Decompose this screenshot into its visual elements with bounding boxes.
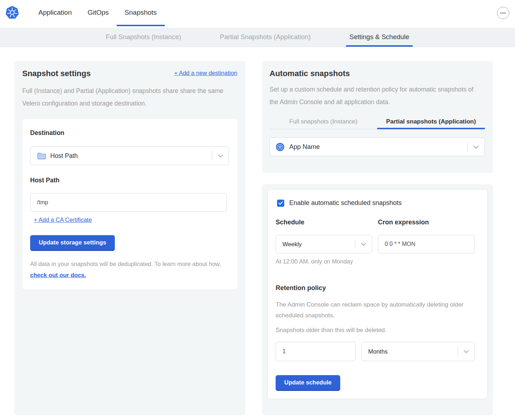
top-nav-items: Application GitOps Snapshots: [31, 0, 165, 26]
cron-expression-input[interactable]: [378, 235, 475, 253]
update-storage-settings-button[interactable]: Update storage settings: [30, 235, 115, 251]
retention-unit-value: Months: [362, 348, 388, 355]
retention-description: The Admin Console can reclaim space by a…: [276, 299, 464, 321]
snapshot-settings-panel: Snapshot settings + Add a new destinatio…: [14, 61, 245, 415]
cron-expression-label: Cron expression: [378, 219, 429, 226]
nav-item-snapshots[interactable]: Snapshots: [117, 0, 165, 26]
automatic-snapshots-description: Set up a custom schedule and retention p…: [270, 83, 478, 108]
ellipsis-icon: •••: [500, 10, 506, 16]
schedule-panel: Enable automatic scheduled snapshots Sch…: [262, 184, 493, 415]
overflow-menu-button[interactable]: •••: [497, 7, 509, 19]
docs-link[interactable]: check out our docs.: [30, 272, 86, 278]
cron-hint: At 12:00 AM, only on Monday: [276, 258, 353, 265]
schedule-card: Enable automatic scheduled snapshots Sch…: [267, 189, 488, 399]
app-select-value: App Name: [289, 143, 320, 151]
tab-full-snapshots-instance[interactable]: Full Snapshots (Instance): [102, 28, 185, 47]
snapshot-type-tabs: Full snapshots (Instance) Partial snapsh…: [270, 111, 485, 129]
update-schedule-button[interactable]: Update schedule: [276, 375, 340, 391]
kubernetes-logo-icon: [5, 5, 19, 20]
tab-partial-snapshots-application[interactable]: Partial Snapshots (Application): [216, 28, 314, 47]
automatic-snapshots-panel: Automatic snapshots Set up a custom sche…: [262, 61, 493, 173]
dedup-note-text: All data in your snapshots will be dedup…: [30, 261, 221, 267]
enable-snapshots-checkbox[interactable]: [277, 200, 284, 207]
folder-icon: [31, 152, 50, 160]
retention-count-input[interactable]: [276, 342, 356, 361]
checkmark-icon: [278, 201, 283, 205]
add-new-destination-link[interactable]: + Add a new destination: [174, 70, 237, 76]
nav-item-application[interactable]: Application: [31, 0, 80, 26]
host-path-label: Host Path: [30, 177, 60, 184]
chevron-down-icon: [468, 144, 484, 150]
top-nav: Application GitOps Snapshots •••: [0, 0, 515, 28]
chevron-down-icon: [458, 348, 474, 355]
schedule-label: Schedule: [276, 219, 304, 226]
app-kubernetes-icon: [270, 143, 289, 151]
automatic-snapshots-title: Automatic snapshots: [270, 69, 350, 78]
retention-unit-select[interactable]: Months: [361, 342, 475, 361]
destination-label: Destination: [30, 129, 64, 137]
schedule-interval-value: Weekly: [276, 241, 302, 248]
snapshot-settings-title: Snapshot settings: [22, 69, 91, 78]
tab-full-snapshots[interactable]: Full snapshots (Instance): [270, 111, 377, 129]
destination-select-value: Host Path: [50, 152, 78, 160]
nav-item-gitops[interactable]: GitOps: [80, 0, 117, 26]
retention-policy-label: Retention policy: [276, 284, 326, 292]
snapshot-settings-description: Full (Instance) and Partial (Application…: [22, 85, 232, 110]
enable-snapshots-row[interactable]: Enable automatic scheduled snapshots: [277, 199, 402, 207]
snapshots-subnav: Full Snapshots (Instance) Partial Snapsh…: [0, 28, 515, 47]
chevron-down-icon: [212, 153, 229, 159]
storage-settings-card: Destination Host Path Host Path + Add a …: [22, 119, 238, 290]
schedule-interval-select[interactable]: Weekly: [276, 235, 372, 253]
tab-settings-schedule[interactable]: Settings & Schedule: [346, 28, 413, 47]
enable-snapshots-label: Enable automatic scheduled snapshots: [289, 199, 402, 207]
chevron-down-icon: [355, 241, 372, 247]
tab-partial-snapshots[interactable]: Partial snapshots (Application): [377, 111, 485, 129]
dedup-note: All data in your snapshots will be dedup…: [30, 258, 231, 281]
host-path-input[interactable]: [30, 193, 227, 212]
app-select[interactable]: App Name: [270, 137, 485, 156]
retention-hint: Snapshots older than this will be delete…: [276, 327, 387, 334]
add-ca-certificate-link[interactable]: + Add a CA Certificate: [34, 216, 92, 223]
destination-select[interactable]: Host Path: [30, 146, 229, 165]
